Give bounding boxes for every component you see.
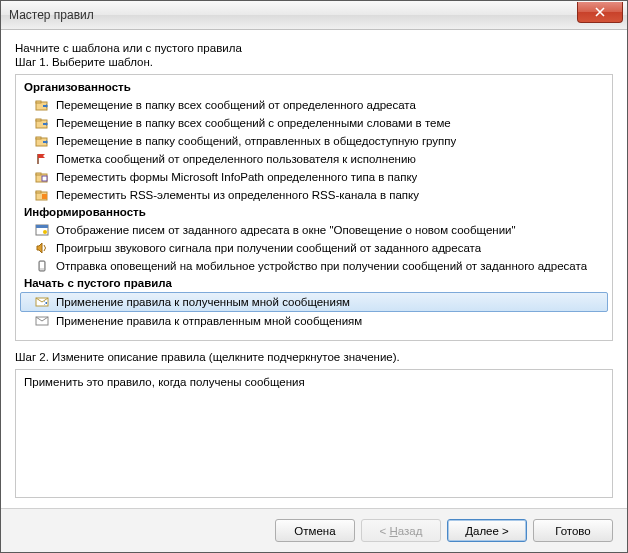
next-button[interactable]: Далее >: [447, 519, 527, 542]
step2-label: Шаг 2. Измените описание правила (щелкни…: [15, 351, 613, 363]
rule-description-text: Применить это правило, когда получены со…: [24, 376, 305, 388]
folder-form-icon: [34, 169, 50, 185]
folder-form-icon: [35, 171, 49, 183]
template-item[interactable]: Перемещение в папку всех сообщений от оп…: [16, 96, 612, 114]
template-item[interactable]: Перемещение в папку сообщений, отправлен…: [16, 132, 612, 150]
template-item[interactable]: Применение правила к отправленным мной с…: [16, 312, 612, 330]
svg-rect-1: [36, 101, 41, 103]
intro-text: Начните с шаблона или с пустого правила: [15, 42, 613, 54]
mobile-icon: [35, 260, 49, 272]
template-item-label: Пометка сообщений от определенного польз…: [56, 153, 416, 165]
finish-button[interactable]: Готово: [533, 519, 613, 542]
rules-wizard-window: Мастер правил Начните с шаблона или с пу…: [0, 0, 628, 553]
folder-rss-icon: [35, 189, 49, 201]
window-title: Мастер правил: [9, 8, 94, 22]
template-item[interactable]: Отправка оповещений на мобильное устройс…: [16, 257, 612, 275]
template-item[interactable]: Пометка сообщений от определенного польз…: [16, 150, 612, 168]
alert-window-icon: [35, 224, 49, 236]
back-button: < Назад: [361, 519, 441, 542]
mail-out-icon: [34, 313, 50, 329]
template-item-label: Переместить формы Microsoft InfoPath опр…: [56, 171, 417, 183]
folder-rss-icon: [34, 187, 50, 203]
template-item[interactable]: Отображение писем от заданного адресата …: [16, 221, 612, 239]
svg-rect-16: [40, 262, 44, 268]
template-item[interactable]: Перемещение в папку всех сообщений с опр…: [16, 114, 612, 132]
sound-icon: [35, 242, 49, 254]
template-item-label: Переместить RSS-элементы из определенног…: [56, 189, 419, 201]
svg-rect-10: [36, 191, 41, 193]
template-item[interactable]: Проигрыш звукового сигнала при получении…: [16, 239, 612, 257]
flag-red-icon: [34, 151, 50, 167]
svg-rect-3: [36, 119, 41, 121]
titlebar: Мастер правил: [1, 1, 627, 30]
folder-move-icon: [34, 133, 50, 149]
template-item[interactable]: Применение правила к полученным мной соо…: [20, 292, 608, 312]
mail-in-icon: [35, 296, 49, 308]
svg-rect-13: [36, 225, 48, 228]
template-list[interactable]: Организованность Перемещение в папку все…: [15, 74, 613, 341]
template-item[interactable]: Переместить формы Microsoft InfoPath опр…: [16, 168, 612, 186]
template-item-label: Отправка оповещений на мобильное устройс…: [56, 260, 587, 272]
rule-description[interactable]: Применить это правило, когда получены со…: [15, 369, 613, 498]
svg-rect-11: [42, 194, 47, 199]
template-item-label: Перемещение в папку всех сообщений от оп…: [56, 99, 416, 111]
template-item-label: Отображение писем от заданного адресата …: [56, 224, 516, 236]
cancel-button[interactable]: Отмена: [275, 519, 355, 542]
template-item-label: Проигрыш звукового сигнала при получении…: [56, 242, 481, 254]
template-item-label: Применение правила к полученным мной соо…: [56, 296, 350, 308]
svg-rect-8: [42, 176, 47, 181]
template-item-label: Перемещение в папку всех сообщений с опр…: [56, 117, 451, 129]
svg-rect-7: [36, 173, 41, 175]
folder-move-icon: [35, 117, 49, 129]
folder-move-icon: [35, 135, 49, 147]
svg-point-14: [43, 230, 47, 234]
sound-icon: [34, 240, 50, 256]
folder-move-icon: [34, 97, 50, 113]
dialog-content: Начните с шаблона или с пустого правила …: [1, 30, 627, 508]
template-item-label: Применение правила к отправленным мной с…: [56, 315, 362, 327]
template-item[interactable]: Переместить RSS-элементы из определенног…: [16, 186, 612, 204]
button-row: Отмена < Назад Далее > Готово: [1, 508, 627, 552]
group-title-blank: Начать с пустого правила: [16, 275, 612, 292]
folder-move-icon: [35, 99, 49, 111]
template-item-label: Перемещение в папку сообщений, отправлен…: [56, 135, 456, 147]
folder-move-icon: [34, 115, 50, 131]
svg-rect-5: [36, 137, 41, 139]
mobile-icon: [34, 258, 50, 274]
close-button[interactable]: [577, 2, 623, 23]
alert-window-icon: [34, 222, 50, 238]
close-icon: [595, 7, 605, 17]
group-title-information: Информированность: [16, 204, 612, 221]
mail-in-icon: [34, 294, 50, 310]
step1-label: Шаг 1. Выберите шаблон.: [15, 56, 613, 68]
mail-out-icon: [35, 315, 49, 327]
flag-icon: [35, 153, 49, 165]
group-title-organization: Организованность: [16, 79, 612, 96]
